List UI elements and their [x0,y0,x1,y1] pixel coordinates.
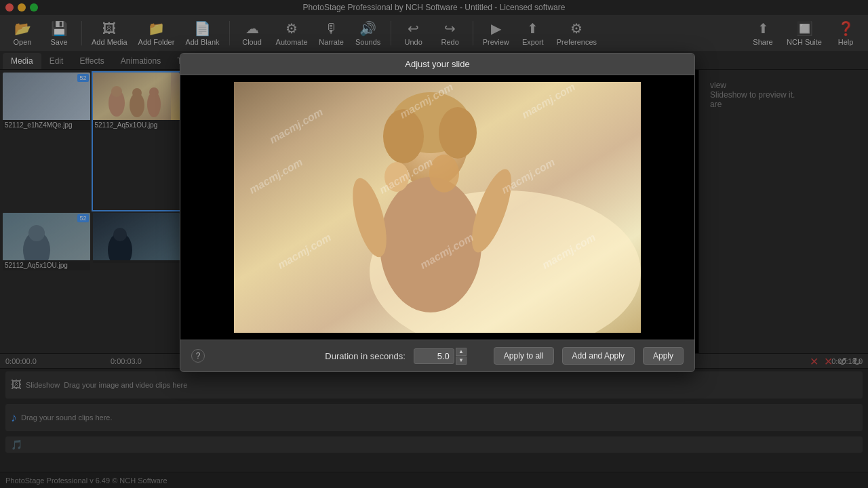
modal-header: Adjust your slide [180,54,694,75]
svg-point-24 [429,155,459,192]
duration-input-wrap: ▲ ▼ [414,348,467,365]
duration-label: Duration in seconds: [325,351,406,361]
child-figure-svg [234,82,641,333]
apply-button[interactable]: Apply [643,347,684,365]
modal-slide-bg: macmj.com macmj.com macmj.com macmj.com … [234,82,641,333]
add-and-apply-button[interactable]: Add and Apply [562,347,635,365]
modal-help-button[interactable]: ? [191,349,205,363]
svg-point-23 [384,162,409,192]
modal-overlay: Adjust your slide [0,0,868,488]
modal-preview: macmj.com macmj.com macmj.com macmj.com … [180,75,694,340]
svg-point-20 [380,177,481,312]
stepper-up-button[interactable]: ▲ [456,348,467,356]
modal-slide-canvas: macmj.com macmj.com macmj.com macmj.com … [234,82,641,333]
modal-body: macmj.com macmj.com macmj.com macmj.com … [180,75,694,340]
apply-to-all-button[interactable]: Apply to all [494,347,554,365]
svg-point-18 [439,107,477,159]
adjust-modal: Adjust your slide [180,53,695,372]
svg-point-17 [383,109,424,163]
stepper-down-button[interactable]: ▼ [456,357,467,365]
modal-footer: ? Duration in seconds: ▲ ▼ Apply to all … [180,340,694,371]
duration-input[interactable] [414,348,454,364]
duration-stepper: ▲ ▼ [456,348,467,365]
modal-title: Adjust your slide [405,59,469,69]
